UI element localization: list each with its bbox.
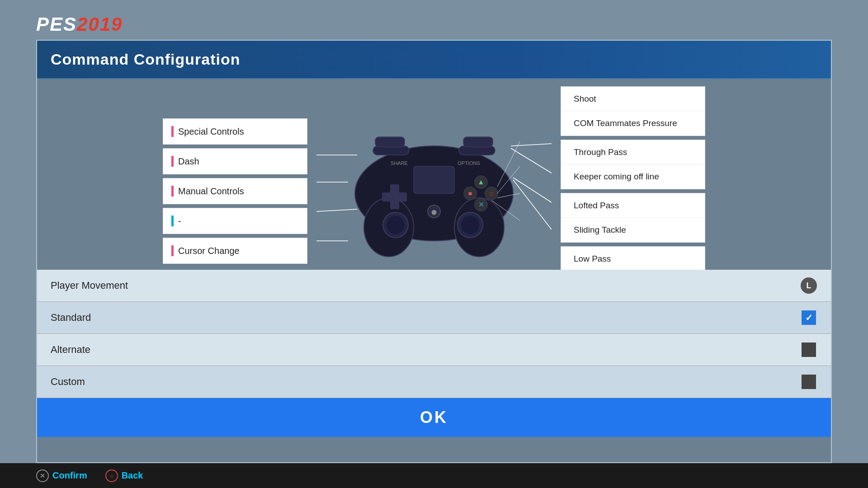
bottom-section: Player MovementLStandardAlternateCustom … (37, 270, 831, 437)
page-title: Command Configuration (51, 51, 817, 68)
svg-rect-21 (382, 192, 407, 202)
svg-text:OPTIONS: OPTIONS (458, 160, 480, 166)
svg-line-2 (316, 209, 357, 211)
table-row-label: Standard (51, 312, 800, 324)
right-group-2: Lofted PassSliding Tackle (561, 193, 705, 243)
control-item-manual-controls[interactable]: Manual Controls (163, 178, 307, 204)
o-button-icon: ○ (105, 469, 118, 482)
svg-text:■: ■ (468, 190, 472, 197)
right-control-label: Low Pass (574, 254, 611, 264)
control-item-dash-sub[interactable]: - (163, 208, 307, 234)
right-control-label: COM Teammates Pressure (574, 118, 677, 128)
control-label: - (178, 216, 181, 226)
x-button-icon: ✕ (36, 469, 49, 482)
title-bar: Command Configuration (37, 41, 831, 79)
checkbox-checked[interactable] (802, 310, 816, 325)
svg-rect-14 (463, 137, 493, 147)
svg-rect-11 (373, 146, 409, 155)
main-panel: Command Configuration Special ControlsDa… (36, 40, 832, 463)
right-control-item[interactable]: Shoot (561, 87, 705, 111)
svg-text:▲: ▲ (477, 178, 485, 186)
bottom-bar: ✕ Confirm ○ Back (0, 463, 868, 488)
svg-point-23 (387, 216, 405, 234)
logo: PES 2019 (36, 14, 123, 35)
back-action[interactable]: ○ Back (105, 469, 143, 482)
table-row-label: Custom (51, 376, 800, 388)
left-controls: Special ControlsDashManual Controls-Curs… (163, 118, 307, 264)
right-group-1: Through PassKeeper coming off line (561, 140, 705, 189)
svg-text:✕: ✕ (478, 201, 484, 208)
table-row-label: Player Movement (51, 280, 800, 291)
right-control-label: Sliding Tackle (574, 225, 626, 235)
player-movement-table: Player MovementLStandardAlternateCustom (37, 270, 831, 398)
table-row[interactable]: Player MovementL (37, 270, 831, 302)
checkbox-unchecked[interactable] (802, 375, 816, 389)
ok-button[interactable]: OK (37, 398, 831, 437)
table-row[interactable]: Standard (37, 302, 831, 334)
svg-line-6 (513, 178, 552, 202)
back-label: Back (122, 470, 143, 481)
confirm-action[interactable]: ✕ Confirm (36, 469, 87, 482)
right-control-item[interactable]: Sliding Tackle (561, 218, 705, 242)
right-control-item[interactable]: Lofted Pass (561, 193, 705, 218)
svg-text:⬤: ⬤ (431, 209, 437, 215)
content-area: Special ControlsDashManual Controls-Curs… (37, 80, 831, 302)
indicator-icon (171, 186, 174, 197)
control-label: Manual Controls (178, 186, 244, 197)
indicator-icon (171, 126, 174, 137)
right-control-item[interactable]: COM Teammates Pressure (561, 111, 705, 136)
right-control-label: Lofted Pass (574, 201, 619, 211)
right-control-label: Keeper coming off line (574, 172, 659, 182)
svg-line-4 (511, 144, 552, 146)
right-control-item[interactable]: Through Pass (561, 140, 705, 164)
l-analog-icon: L (801, 277, 817, 294)
right-controls: ShootCOM Teammates PressureThrough PassK… (561, 86, 705, 296)
confirm-label: Confirm (52, 470, 87, 481)
right-control-label: Through Pass (574, 147, 627, 157)
control-item-cursor-change[interactable]: Cursor Change (163, 238, 307, 264)
table-row-label: Alternate (51, 344, 800, 356)
controller-diagram: SHARE OPTIONS ⬤ (316, 119, 552, 263)
svg-line-5 (511, 148, 552, 173)
control-label: Dash (178, 156, 199, 167)
control-item-dash[interactable]: Dash (163, 148, 307, 174)
svg-line-7 (513, 180, 552, 230)
right-control-label: Shoot (574, 94, 596, 104)
svg-point-25 (461, 216, 479, 234)
checkbox-unchecked[interactable] (802, 343, 816, 357)
svg-rect-15 (414, 166, 454, 193)
right-control-item[interactable]: Keeper coming off line (561, 164, 705, 189)
indicator-icon (171, 216, 174, 226)
right-control-item[interactable]: Low Pass (561, 247, 705, 271)
logo-pes: PES (36, 14, 77, 35)
controller-wrapper: SHARE OPTIONS ⬤ (316, 119, 552, 263)
svg-rect-13 (375, 137, 405, 147)
right-group-0: ShootCOM Teammates Pressure (561, 86, 705, 136)
table-row[interactable]: Alternate (37, 334, 831, 366)
indicator-icon (171, 245, 174, 256)
svg-text:SHARE: SHARE (391, 160, 408, 166)
control-label: Special Controls (178, 127, 244, 137)
control-label: Cursor Change (178, 246, 240, 256)
control-item-special-controls[interactable]: Special Controls (163, 118, 307, 145)
table-row[interactable]: Custom (37, 366, 831, 398)
logo-year: 2019 (77, 14, 123, 35)
svg-text:○: ○ (489, 190, 494, 197)
svg-rect-12 (459, 146, 495, 155)
indicator-icon (171, 156, 174, 167)
